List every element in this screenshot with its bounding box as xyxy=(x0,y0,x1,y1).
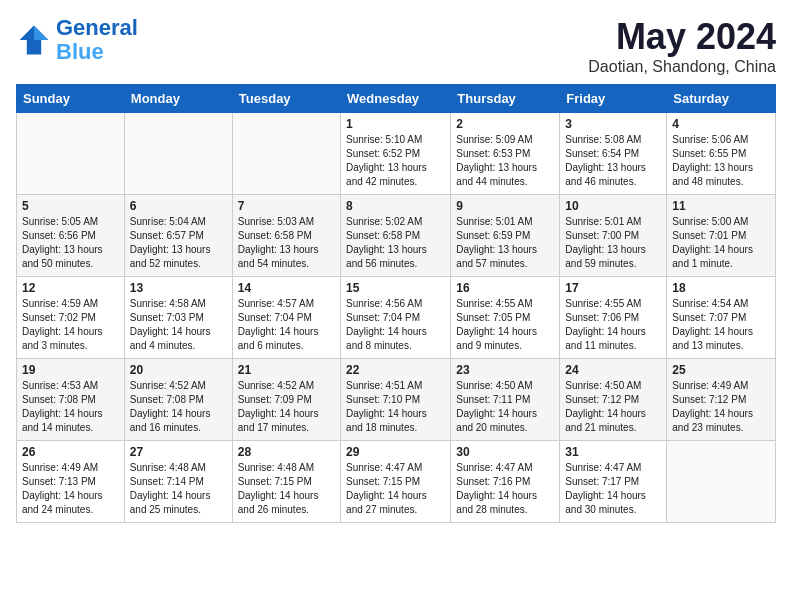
day-number: 13 xyxy=(130,281,227,295)
day-info: Sunrise: 4:47 AM Sunset: 7:15 PM Dayligh… xyxy=(346,461,445,517)
day-info: Sunrise: 5:03 AM Sunset: 6:58 PM Dayligh… xyxy=(238,215,335,271)
weekday-header-cell: Monday xyxy=(124,85,232,113)
day-info: Sunrise: 4:49 AM Sunset: 7:12 PM Dayligh… xyxy=(672,379,770,435)
calendar-cell: 8Sunrise: 5:02 AM Sunset: 6:58 PM Daylig… xyxy=(341,195,451,277)
day-info: Sunrise: 5:01 AM Sunset: 6:59 PM Dayligh… xyxy=(456,215,554,271)
day-number: 24 xyxy=(565,363,661,377)
day-number: 9 xyxy=(456,199,554,213)
day-number: 26 xyxy=(22,445,119,459)
weekday-header-cell: Friday xyxy=(560,85,667,113)
day-number: 12 xyxy=(22,281,119,295)
weekday-header-cell: Thursday xyxy=(451,85,560,113)
calendar-table: SundayMondayTuesdayWednesdayThursdayFrid… xyxy=(16,84,776,523)
day-info: Sunrise: 5:04 AM Sunset: 6:57 PM Dayligh… xyxy=(130,215,227,271)
day-info: Sunrise: 4:56 AM Sunset: 7:04 PM Dayligh… xyxy=(346,297,445,353)
day-info: Sunrise: 4:51 AM Sunset: 7:10 PM Dayligh… xyxy=(346,379,445,435)
day-number: 3 xyxy=(565,117,661,131)
day-number: 23 xyxy=(456,363,554,377)
svg-marker-1 xyxy=(34,26,48,40)
day-info: Sunrise: 4:48 AM Sunset: 7:14 PM Dayligh… xyxy=(130,461,227,517)
weekday-header-cell: Tuesday xyxy=(232,85,340,113)
calendar-cell: 22Sunrise: 4:51 AM Sunset: 7:10 PM Dayli… xyxy=(341,359,451,441)
weekday-header-cell: Saturday xyxy=(667,85,776,113)
calendar-cell: 17Sunrise: 4:55 AM Sunset: 7:06 PM Dayli… xyxy=(560,277,667,359)
weekday-header-cell: Wednesday xyxy=(341,85,451,113)
calendar-cell: 15Sunrise: 4:56 AM Sunset: 7:04 PM Dayli… xyxy=(341,277,451,359)
day-number: 22 xyxy=(346,363,445,377)
calendar-week-row: 12Sunrise: 4:59 AM Sunset: 7:02 PM Dayli… xyxy=(17,277,776,359)
calendar-cell: 3Sunrise: 5:08 AM Sunset: 6:54 PM Daylig… xyxy=(560,113,667,195)
calendar-cell: 26Sunrise: 4:49 AM Sunset: 7:13 PM Dayli… xyxy=(17,441,125,523)
calendar-week-row: 5Sunrise: 5:05 AM Sunset: 6:56 PM Daylig… xyxy=(17,195,776,277)
calendar-cell: 27Sunrise: 4:48 AM Sunset: 7:14 PM Dayli… xyxy=(124,441,232,523)
day-info: Sunrise: 5:10 AM Sunset: 6:52 PM Dayligh… xyxy=(346,133,445,189)
day-number: 18 xyxy=(672,281,770,295)
day-info: Sunrise: 4:52 AM Sunset: 7:09 PM Dayligh… xyxy=(238,379,335,435)
day-number: 31 xyxy=(565,445,661,459)
day-info: Sunrise: 5:09 AM Sunset: 6:53 PM Dayligh… xyxy=(456,133,554,189)
calendar-cell: 14Sunrise: 4:57 AM Sunset: 7:04 PM Dayli… xyxy=(232,277,340,359)
day-number: 7 xyxy=(238,199,335,213)
month-title: May 2024 xyxy=(588,16,776,58)
calendar-week-row: 19Sunrise: 4:53 AM Sunset: 7:08 PM Dayli… xyxy=(17,359,776,441)
day-number: 5 xyxy=(22,199,119,213)
logo-text: GeneralBlue xyxy=(56,16,138,64)
calendar-week-row: 26Sunrise: 4:49 AM Sunset: 7:13 PM Dayli… xyxy=(17,441,776,523)
day-number: 11 xyxy=(672,199,770,213)
day-info: Sunrise: 4:57 AM Sunset: 7:04 PM Dayligh… xyxy=(238,297,335,353)
day-info: Sunrise: 4:47 AM Sunset: 7:16 PM Dayligh… xyxy=(456,461,554,517)
calendar-cell: 6Sunrise: 5:04 AM Sunset: 6:57 PM Daylig… xyxy=(124,195,232,277)
location: Daotian, Shandong, China xyxy=(588,58,776,76)
calendar-cell: 12Sunrise: 4:59 AM Sunset: 7:02 PM Dayli… xyxy=(17,277,125,359)
day-number: 21 xyxy=(238,363,335,377)
calendar-cell: 23Sunrise: 4:50 AM Sunset: 7:11 PM Dayli… xyxy=(451,359,560,441)
day-info: Sunrise: 4:50 AM Sunset: 7:12 PM Dayligh… xyxy=(565,379,661,435)
day-number: 27 xyxy=(130,445,227,459)
day-info: Sunrise: 4:55 AM Sunset: 7:06 PM Dayligh… xyxy=(565,297,661,353)
calendar-cell: 21Sunrise: 4:52 AM Sunset: 7:09 PM Dayli… xyxy=(232,359,340,441)
calendar-cell: 9Sunrise: 5:01 AM Sunset: 6:59 PM Daylig… xyxy=(451,195,560,277)
day-number: 1 xyxy=(346,117,445,131)
calendar-cell: 29Sunrise: 4:47 AM Sunset: 7:15 PM Dayli… xyxy=(341,441,451,523)
calendar-cell: 19Sunrise: 4:53 AM Sunset: 7:08 PM Dayli… xyxy=(17,359,125,441)
day-number: 6 xyxy=(130,199,227,213)
calendar-cell xyxy=(667,441,776,523)
logo: GeneralBlue xyxy=(16,16,138,64)
day-number: 4 xyxy=(672,117,770,131)
calendar-cell xyxy=(232,113,340,195)
day-number: 30 xyxy=(456,445,554,459)
day-number: 15 xyxy=(346,281,445,295)
weekday-header-row: SundayMondayTuesdayWednesdayThursdayFrid… xyxy=(17,85,776,113)
day-info: Sunrise: 4:48 AM Sunset: 7:15 PM Dayligh… xyxy=(238,461,335,517)
day-info: Sunrise: 4:59 AM Sunset: 7:02 PM Dayligh… xyxy=(22,297,119,353)
day-number: 20 xyxy=(130,363,227,377)
title-block: May 2024 Daotian, Shandong, China xyxy=(588,16,776,76)
day-info: Sunrise: 4:52 AM Sunset: 7:08 PM Dayligh… xyxy=(130,379,227,435)
day-info: Sunrise: 5:00 AM Sunset: 7:01 PM Dayligh… xyxy=(672,215,770,271)
day-info: Sunrise: 4:54 AM Sunset: 7:07 PM Dayligh… xyxy=(672,297,770,353)
calendar-cell: 16Sunrise: 4:55 AM Sunset: 7:05 PM Dayli… xyxy=(451,277,560,359)
day-info: Sunrise: 5:06 AM Sunset: 6:55 PM Dayligh… xyxy=(672,133,770,189)
calendar-cell: 18Sunrise: 4:54 AM Sunset: 7:07 PM Dayli… xyxy=(667,277,776,359)
calendar-cell: 28Sunrise: 4:48 AM Sunset: 7:15 PM Dayli… xyxy=(232,441,340,523)
calendar-cell: 30Sunrise: 4:47 AM Sunset: 7:16 PM Dayli… xyxy=(451,441,560,523)
calendar-cell: 24Sunrise: 4:50 AM Sunset: 7:12 PM Dayli… xyxy=(560,359,667,441)
calendar-body: 1Sunrise: 5:10 AM Sunset: 6:52 PM Daylig… xyxy=(17,113,776,523)
day-info: Sunrise: 4:53 AM Sunset: 7:08 PM Dayligh… xyxy=(22,379,119,435)
day-info: Sunrise: 5:01 AM Sunset: 7:00 PM Dayligh… xyxy=(565,215,661,271)
day-number: 16 xyxy=(456,281,554,295)
calendar-cell: 13Sunrise: 4:58 AM Sunset: 7:03 PM Dayli… xyxy=(124,277,232,359)
day-number: 14 xyxy=(238,281,335,295)
day-info: Sunrise: 4:58 AM Sunset: 7:03 PM Dayligh… xyxy=(130,297,227,353)
calendar-cell: 1Sunrise: 5:10 AM Sunset: 6:52 PM Daylig… xyxy=(341,113,451,195)
calendar-cell xyxy=(124,113,232,195)
calendar-cell: 10Sunrise: 5:01 AM Sunset: 7:00 PM Dayli… xyxy=(560,195,667,277)
day-info: Sunrise: 5:08 AM Sunset: 6:54 PM Dayligh… xyxy=(565,133,661,189)
calendar-week-row: 1Sunrise: 5:10 AM Sunset: 6:52 PM Daylig… xyxy=(17,113,776,195)
calendar-cell: 20Sunrise: 4:52 AM Sunset: 7:08 PM Dayli… xyxy=(124,359,232,441)
day-number: 2 xyxy=(456,117,554,131)
day-info: Sunrise: 4:55 AM Sunset: 7:05 PM Dayligh… xyxy=(456,297,554,353)
calendar-cell: 4Sunrise: 5:06 AM Sunset: 6:55 PM Daylig… xyxy=(667,113,776,195)
calendar-cell: 11Sunrise: 5:00 AM Sunset: 7:01 PM Dayli… xyxy=(667,195,776,277)
calendar-cell: 31Sunrise: 4:47 AM Sunset: 7:17 PM Dayli… xyxy=(560,441,667,523)
